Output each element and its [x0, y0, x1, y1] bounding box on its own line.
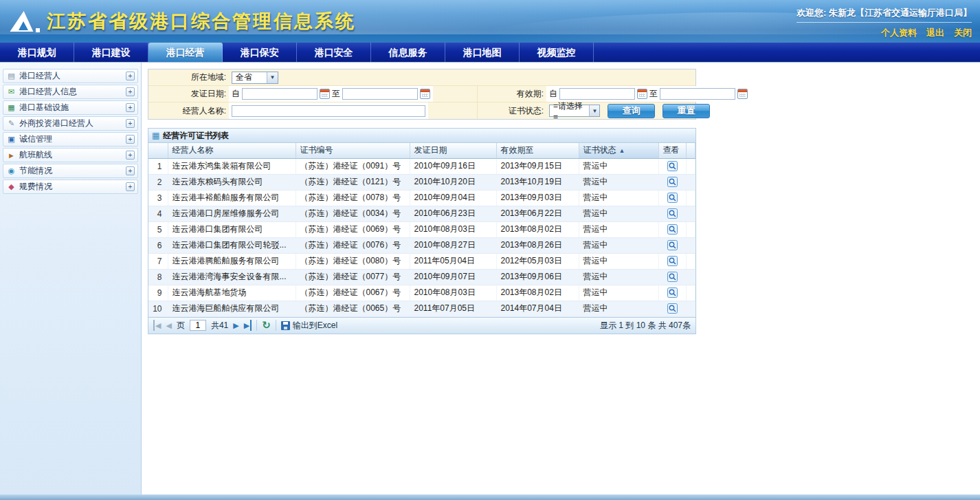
table-row[interactable]: 8连云港港湾海事安全设备有限...（苏连）港经证（0077）号2010年09月0…: [148, 269, 695, 285]
filler-cell: [686, 221, 695, 237]
operator-name-input[interactable]: [232, 105, 425, 117]
nav-tab-8[interactable]: 视频监控: [520, 43, 594, 62]
sidebar-item-label: 航班航线: [19, 149, 126, 161]
column-header-cert-number[interactable]: 证书编号: [296, 143, 410, 158]
view-detail-icon[interactable]: [667, 208, 678, 219]
column-header-issue-date[interactable]: 发证日期: [410, 143, 496, 158]
profile-link[interactable]: 个人资料: [881, 28, 917, 38]
expand-plus-icon[interactable]: +: [126, 135, 135, 144]
export-excel-button[interactable]: 输出到Excel: [281, 320, 337, 331]
view-detail-icon[interactable]: [667, 193, 678, 204]
refresh-button[interactable]: ↻: [262, 320, 271, 331]
last-page-button[interactable]: ▶: [244, 320, 252, 331]
table-row[interactable]: 1连云港东鸿集装箱有限公司（苏连）港经证（0091）号2010年09月16日20…: [148, 158, 695, 174]
valid-until-cell: 2013年08月26日: [496, 237, 579, 253]
expand-plus-icon[interactable]: +: [126, 166, 135, 175]
valid-until-cell: 2013年08月02日: [496, 285, 579, 301]
expand-plus-icon[interactable]: +: [126, 182, 135, 191]
view-detail-icon[interactable]: [667, 303, 678, 314]
next-page-button[interactable]: ▶: [233, 320, 238, 331]
nav-tab-5[interactable]: 港口安全: [297, 43, 371, 62]
filler-cell: [686, 301, 695, 316]
sidebar: ▤港口经营人+✉港口经营人信息+▦港口基础设施+✎外商投资港口经营人+▣诚信管理…: [0, 63, 142, 494]
operator-name-cell: 连云港港口集团有限公司: [168, 221, 296, 237]
sidebar-item-8[interactable]: ◆规费情况+: [3, 180, 138, 194]
view-cell: [658, 301, 686, 316]
cert-status-select[interactable]: =请选择= ▼: [549, 105, 600, 117]
issue-date-cell: 2011年07月05日: [410, 301, 496, 316]
expand-plus-icon[interactable]: +: [126, 119, 135, 128]
view-detail-icon[interactable]: [667, 240, 678, 251]
nav-tab-7[interactable]: 港口地图: [445, 43, 520, 62]
view-detail-icon[interactable]: [667, 177, 678, 188]
view-cell: [658, 237, 686, 253]
cert-number-cell: （苏连）港经证（0067）号: [296, 285, 410, 301]
logout-link[interactable]: 退出: [926, 28, 944, 38]
query-button[interactable]: 查询: [608, 104, 655, 118]
nav-tab-2[interactable]: 港口建设: [74, 43, 148, 62]
calendar-icon[interactable]: [420, 89, 430, 99]
column-header-view[interactable]: 查看: [658, 143, 686, 158]
table-row[interactable]: 5连云港港口集团有限公司（苏连）港经证（0069）号2010年08月03日201…: [148, 221, 695, 237]
column-header-valid-until[interactable]: 有效期至: [496, 143, 579, 158]
valid-until-cell: 2014年07月04日: [496, 301, 579, 316]
first-page-button[interactable]: ◀: [153, 320, 161, 331]
view-cell: [658, 253, 686, 269]
view-detail-icon[interactable]: [667, 161, 678, 172]
view-detail-icon[interactable]: [667, 256, 678, 267]
issue-date-from-input[interactable]: [242, 88, 318, 100]
column-header-operator-name[interactable]: 经营人名称: [168, 143, 296, 158]
table-row[interactable]: 10连云港海巨船舶供应有限公司（苏连）港经证（0065）号2011年07月05日…: [148, 301, 695, 316]
table-row[interactable]: 9连云港海航基地货场（苏连）港经证（0067）号2010年08月03日2013年…: [148, 285, 695, 301]
table-row[interactable]: 3连云港丰裕船舶服务有限公司（苏连）港经证（0078）号2010年09月04日2…: [148, 190, 695, 206]
prev-page-button[interactable]: ◀: [166, 320, 171, 331]
nav-tab-1[interactable]: 港口规划: [0, 43, 74, 62]
calendar-icon[interactable]: [320, 89, 330, 99]
table-row[interactable]: 2连云港东粮码头有限公司（苏连）港经证（0121）号2010年10月20日201…: [148, 174, 695, 190]
region-select[interactable]: 全省 ▼: [232, 72, 278, 84]
sidebar-item-5[interactable]: ▣诚信管理+: [3, 132, 138, 146]
view-detail-icon[interactable]: [667, 224, 678, 235]
calendar-icon[interactable]: [737, 89, 748, 99]
chevron-down-icon: ▼: [589, 105, 599, 116]
view-cell: [658, 174, 686, 190]
expand-plus-icon[interactable]: +: [126, 72, 135, 80]
issue-date-cell: 2010年06月23日: [410, 206, 496, 221]
cert-number-cell: （苏连）港经证（0076）号: [296, 237, 410, 253]
main-content: 所在地域: 全省 ▼ 发证日期: 自: [142, 63, 980, 494]
sidebar-item-6[interactable]: ►航班航线+: [3, 148, 138, 162]
sidebar-item-label: 规费情况: [19, 181, 126, 193]
sidebar-item-1[interactable]: ▤港口经营人+: [3, 69, 138, 83]
expand-plus-icon[interactable]: +: [126, 151, 135, 160]
view-cell: [658, 206, 686, 221]
column-header-cert-status[interactable]: 证书状态▲: [579, 143, 658, 158]
page-input[interactable]: [190, 320, 206, 331]
operator-name-cell: 连云港港湾海事安全设备有限...: [168, 269, 296, 285]
table-row[interactable]: 7连云港港腾船舶服务有限公司（苏连）港经证（0080）号2011年05月04日2…: [148, 253, 695, 269]
expand-plus-icon[interactable]: +: [126, 87, 135, 96]
issue-date-to-input[interactable]: [342, 88, 418, 100]
nav-tab-4[interactable]: 港口保安: [223, 43, 297, 62]
validity-from-input[interactable]: [559, 88, 635, 100]
table-row[interactable]: 6连云港港口集团有限公司轮驳...（苏连）港经证（0076）号2010年08月2…: [148, 237, 695, 253]
reset-button[interactable]: 重置: [662, 104, 710, 118]
sidebar-item-4[interactable]: ✎外商投资港口经营人+: [3, 116, 138, 131]
view-detail-icon[interactable]: [667, 272, 678, 283]
cert-number-cell: （苏连）港经证（0077）号: [296, 269, 410, 285]
cert-status-cell: 营运中: [579, 269, 658, 285]
sidebar-item-3[interactable]: ▦港口基础设施+: [3, 100, 138, 115]
nav-tab-6[interactable]: 信息服务: [371, 43, 445, 62]
validity-to-input[interactable]: [660, 88, 735, 100]
expand-plus-icon[interactable]: +: [126, 103, 135, 112]
nav-tab-3[interactable]: 港口经营: [148, 43, 223, 62]
close-link[interactable]: 关闭: [954, 28, 972, 38]
sidebar-item-2[interactable]: ✉港口经营人信息+: [3, 85, 138, 99]
grid-title: 经营许可证书列表: [163, 130, 229, 142]
view-detail-icon[interactable]: [667, 287, 678, 298]
valid-until-cell: 2013年08月02日: [496, 221, 579, 237]
view-cell: [658, 221, 686, 237]
sidebar-item-7[interactable]: ◉节能情况+: [3, 164, 138, 178]
table-row[interactable]: 4连云港港口房屋维修服务公司（苏连）港经证（0034）号2010年06月23日2…: [148, 206, 695, 221]
sidebar-item-icon: ◆: [6, 182, 16, 191]
calendar-icon[interactable]: [637, 89, 647, 99]
